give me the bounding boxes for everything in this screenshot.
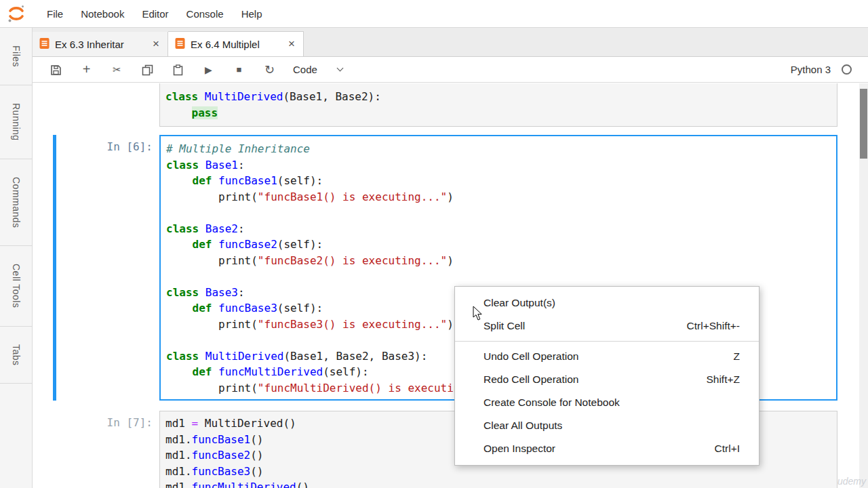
menubar-items: FileNotebookEditorConsoleHelp — [38, 8, 271, 20]
context-menu-item-shortcut: Shift+Z — [706, 373, 740, 386]
context-menu-item-undo-cell-operation[interactable]: Undo Cell OperationZ — [455, 345, 759, 368]
kernel-status-icon[interactable] — [842, 64, 852, 75]
scrollbar-thumb[interactable] — [860, 89, 867, 159]
code-token — [166, 302, 193, 314]
sidebar-item-tabs[interactable]: Tabs — [0, 327, 32, 384]
menubar-item-help[interactable]: Help — [233, 8, 271, 20]
tab-ex-6-4-multiplel[interactable]: Ex 6.4 Multiplel× — [168, 31, 304, 56]
code-token: def — [193, 238, 219, 251]
sidebar-item-commands[interactable]: Commands — [0, 159, 32, 247]
insert-button[interactable]: + — [71, 62, 102, 77]
context-menu-item-clear-all-outputs[interactable]: Clear All Outputs — [455, 414, 759, 437]
sidebar-item-cell-tools[interactable]: Cell Tools — [0, 246, 32, 326]
code-line: print("funcBase1() is executing...") — [166, 189, 831, 205]
save-button[interactable] — [41, 63, 71, 76]
sidebar-item-running[interactable]: Running — [0, 85, 32, 159]
tab-ex-6-3-inheritar[interactable]: Ex 6.3 Inheritar× — [33, 32, 168, 56]
context-menu-item-split-cell[interactable]: Split CellCtrl+Shift+- — [455, 314, 759, 338]
code-token: "funcBase1() is executing..." — [258, 190, 447, 203]
code-token: class — [165, 90, 205, 103]
cell-type-dropdown[interactable]: Code — [293, 64, 342, 75]
context-menu-item-label: Redo Cell Operation — [484, 373, 578, 386]
context-menu-item-label: Clear All Outputs — [484, 420, 562, 432]
code-token: print( — [166, 254, 258, 267]
sidebar-item-files[interactable]: Files — [0, 28, 32, 85]
menubar-item-console[interactable]: Console — [178, 8, 233, 20]
code-token: funcBase1 — [218, 174, 277, 187]
document-tabbar: Ex 6.3 Inheritar×Ex 6.4 Multiplel× — [33, 28, 868, 57]
sidebar-item-label: Running — [11, 103, 22, 141]
context-menu-item-redo-cell-operation[interactable]: Redo Cell OperationShift+Z — [455, 368, 759, 391]
sidebar-item-label: Files — [11, 45, 22, 67]
code-token: : — [238, 222, 245, 235]
tab-close-icon[interactable]: × — [151, 37, 161, 51]
jupyter-logo-icon — [0, 3, 33, 24]
code-token: (self): — [323, 365, 368, 378]
context-menu-item-create-console-for-notebook[interactable]: Create Console for Notebook — [455, 391, 759, 414]
code-line: # Multiple Inheritance — [166, 141, 831, 157]
code-line: md1.funcMultiDerived() — [165, 479, 831, 488]
code-token: print( — [166, 382, 258, 394]
code-token: print( — [166, 318, 258, 331]
code-token: (self): — [277, 174, 323, 187]
code-token: funcBase2 — [192, 449, 251, 462]
code-token: MultiDerived — [205, 90, 283, 103]
code-token — [166, 365, 193, 378]
menubar-item-notebook[interactable]: Notebook — [72, 8, 133, 20]
context-menu-item-label: Split Cell — [484, 320, 525, 332]
notebook-file-icon — [39, 37, 50, 52]
selected-cell-indicator[interactable] — [53, 135, 56, 401]
cell-type-value: Code — [293, 64, 317, 75]
stop-button[interactable]: ■ — [224, 64, 254, 75]
code-token: funcMultiDerived — [192, 481, 296, 488]
code-token: md1. — [165, 433, 192, 446]
code-token: md1. — [165, 449, 192, 462]
code-token: funcBase1 — [192, 433, 251, 446]
code-token: "funcBase3() is executing..." — [258, 318, 447, 331]
paste-button[interactable] — [163, 63, 193, 76]
sidebar-item-label: Commands — [11, 177, 22, 228]
code-token: md1. — [165, 481, 192, 488]
copy-button[interactable] — [132, 63, 163, 76]
code-token: md1. — [165, 465, 192, 478]
menubar-item-file[interactable]: File — [38, 8, 72, 20]
restart-button[interactable]: ↻ — [254, 62, 285, 77]
code-line: def funcBase1(self): — [166, 173, 831, 189]
context-menu-item-shortcut: Ctrl+I — [715, 443, 740, 455]
context-menu-item-label: Open Inspector — [484, 443, 555, 455]
code-cell-partial[interactable]: class MultiDerived(Base1, Base2): pass — [159, 83, 837, 127]
mouse-cursor — [473, 306, 485, 324]
cut-button[interactable]: ✂ — [102, 64, 132, 76]
code-token: = — [192, 417, 199, 430]
code-token: pass — [192, 106, 218, 119]
watermark: udemy — [837, 476, 866, 487]
context-menu-item-shortcut: Z — [734, 350, 740, 363]
code-token: : — [238, 286, 245, 299]
code-token: (self): — [277, 238, 323, 251]
tab-close-icon[interactable]: × — [287, 37, 296, 51]
run-button[interactable]: ▶ — [193, 64, 224, 75]
left-sidebar: FilesRunningCommandsCell ToolsTabs — [0, 28, 33, 488]
code-token: (Base1, Base2, Base3): — [283, 350, 427, 363]
code-token: md1 — [165, 417, 192, 430]
code-token: funcBase2 — [218, 238, 277, 251]
context-menu-item-open-inspector[interactable]: Open InspectorCtrl+I — [455, 437, 759, 460]
context-menu-divider — [455, 341, 759, 342]
toolbar-buttons: +✂▶■↻ — [41, 62, 285, 77]
code-token: () — [250, 433, 263, 446]
code-token: ) — [447, 318, 454, 331]
tab-label: Ex 6.3 Inheritar — [55, 39, 124, 50]
chevron-down-icon — [336, 65, 343, 72]
code-token — [166, 174, 193, 187]
code-token: funcBase3 — [218, 302, 277, 314]
sidebar-item-label: Tabs — [11, 344, 22, 366]
vertical-scrollbar[interactable] — [859, 83, 868, 488]
code-token: funcMultiDerived — [218, 365, 323, 378]
context-menu-item-label: Clear Output(s) — [484, 297, 555, 309]
code-token: : — [238, 159, 245, 171]
code-token: (Base1, Base2): — [283, 90, 381, 103]
context-menu-item-clear-output-s-[interactable]: Clear Output(s) — [455, 291, 759, 314]
kernel-name[interactable]: Python 3 — [791, 64, 831, 75]
menubar-item-editor[interactable]: Editor — [133, 8, 177, 20]
cell-prompt-in6: In [6]: — [46, 140, 153, 153]
